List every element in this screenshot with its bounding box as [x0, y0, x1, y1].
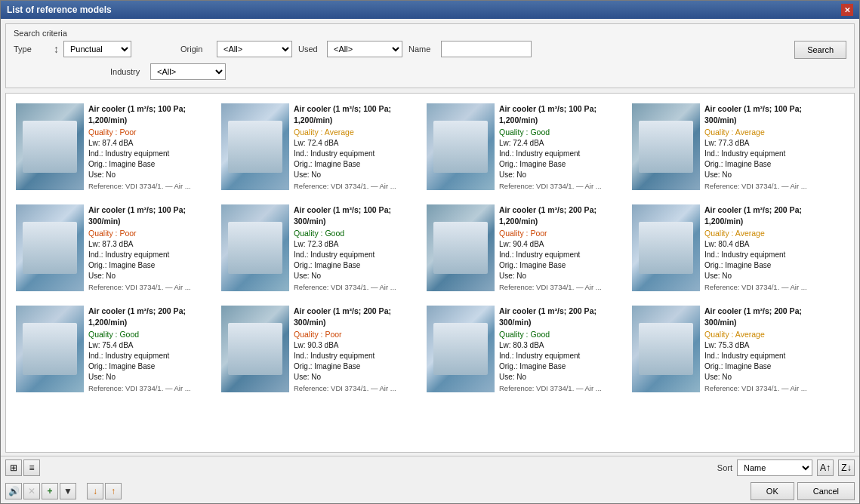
used-select[interactable]: <All>	[327, 41, 402, 57]
item-title: Air cooler (1 m³/s; 100 Pa; 1,200/min)	[88, 103, 211, 125]
item-lw: Lw: 90.4 dBA	[499, 239, 621, 250]
item-quality: Quality : Average	[294, 127, 416, 138]
item-use: Use: No	[294, 271, 416, 281]
item-quality: Quality : Poor	[294, 329, 416, 340]
item-ind: Ind.: Industry equipment	[704, 250, 827, 260]
item-thumbnail	[221, 306, 289, 392]
item-info: Air cooler (1 m³/s; 100 Pa; 1,200/min)Qu…	[88, 103, 211, 191]
list-item[interactable]: Air cooler (1 m³/s; 100 Pa; 1,200/min)Qu…	[12, 100, 214, 198]
title-bar: List of reference models ✕	[1, 1, 859, 19]
dropdown-button[interactable]: ▼	[60, 483, 76, 499]
item-reference: Reference: VDI 3734/1. — Air ...	[88, 181, 211, 191]
list-item[interactable]: Air cooler (1 m³/s; 200 Pa; 1,200/min)Qu…	[12, 302, 214, 400]
list-item[interactable]: Air cooler (1 m³/s; 200 Pa; 1,200/min)Qu…	[423, 201, 625, 299]
industry-select[interactable]: <All>	[150, 63, 226, 80]
ok-button[interactable]: OK	[751, 482, 794, 500]
item-ind: Ind.: Industry equipment	[88, 250, 211, 260]
sort-section: Sort Name A↑ Z↓	[717, 459, 855, 476]
list-item[interactable]: Air cooler (1 m³/s; 100 Pa; 300/min)Qual…	[217, 201, 420, 299]
search-criteria-label: Search criteria	[14, 29, 846, 38]
industry-label: Industry	[110, 67, 144, 76]
list-item[interactable]: Air cooler (1 m³/s; 100 Pa; 300/min)Qual…	[12, 201, 214, 299]
item-title: Air cooler (1 m³/s; 200 Pa; 1,200/min)	[499, 204, 621, 226]
sort-asc-button[interactable]: A↑	[817, 459, 834, 476]
item-thumbnail	[632, 103, 700, 190]
search-button[interactable]: Search	[794, 41, 846, 59]
item-reference: Reference: VDI 3734/1. — Air ...	[88, 383, 211, 393]
item-title: Air cooler (1 m³/s; 100 Pa; 300/min)	[704, 103, 827, 125]
delete-button[interactable]: ✕	[23, 483, 40, 499]
item-quality: Quality : Good	[499, 127, 621, 138]
item-thumbnail	[221, 103, 289, 190]
origin-label: Origin	[180, 45, 211, 54]
item-quality: Quality : Good	[294, 228, 416, 239]
view-icons: ⊞ ≡	[5, 459, 40, 476]
item-title: Air cooler (1 m³/s; 100 Pa; 1,200/min)	[499, 103, 621, 125]
item-thumbnail	[427, 306, 495, 392]
item-orig: Orig.: Imagine Base	[88, 260, 211, 271]
dialog-title: List of reference models	[7, 5, 112, 15]
list-item[interactable]: Air cooler (1 m³/s; 200 Pa; 300/min)Qual…	[217, 302, 420, 400]
item-info: Air cooler (1 m³/s; 100 Pa; 300/min)Qual…	[294, 204, 416, 292]
move-down-button[interactable]: ↓	[87, 483, 103, 499]
item-ind: Ind.: Industry equipment	[294, 149, 416, 159]
item-use: Use: No	[499, 372, 621, 383]
type-label: Type	[14, 45, 48, 54]
item-title: Air cooler (1 m³/s; 200 Pa; 1,200/min)	[704, 204, 827, 226]
list-item[interactable]: Air cooler (1 m³/s; 200 Pa; 300/min)Qual…	[423, 302, 625, 400]
item-lw: Lw: 77.3 dBA	[704, 138, 827, 149]
list-item[interactable]: Air cooler (1 m³/s; 100 Pa; 300/min)Qual…	[628, 100, 831, 198]
item-use: Use: No	[88, 170, 211, 180]
item-thumbnail	[16, 204, 84, 291]
item-orig: Orig.: Imagine Base	[88, 159, 211, 170]
item-orig: Orig.: Imagine Base	[294, 361, 416, 372]
item-ind: Ind.: Industry equipment	[704, 351, 827, 361]
sort-select[interactable]: Name	[737, 459, 812, 476]
item-lw: Lw: 72.4 dBA	[499, 138, 621, 149]
speaker-button[interactable]: 🔊	[5, 483, 22, 499]
action-toolbar: 🔊 ✕ + ▼ ↓ ↑ OK Cancel	[1, 479, 859, 503]
item-title: Air cooler (1 m³/s; 200 Pa; 300/min)	[499, 306, 621, 327]
item-orig: Orig.: Imagine Base	[499, 260, 621, 271]
item-info: Air cooler (1 m³/s; 100 Pa; 1,200/min)Qu…	[499, 103, 621, 191]
item-use: Use: No	[499, 271, 621, 281]
list-item[interactable]: Air cooler (1 m³/s; 100 Pa; 1,200/min)Qu…	[217, 100, 420, 198]
item-info: Air cooler (1 m³/s; 200 Pa; 300/min)Qual…	[294, 306, 416, 393]
grid-view-button[interactable]: ⊞	[5, 459, 22, 476]
type-select[interactable]: Punctual	[63, 41, 131, 57]
list-view-button[interactable]: ≡	[23, 459, 40, 476]
cancel-button[interactable]: Cancel	[797, 482, 855, 500]
item-thumbnail	[632, 204, 700, 291]
close-button[interactable]: ✕	[841, 4, 853, 16]
item-title: Air cooler (1 m³/s; 100 Pa; 1,200/min)	[294, 103, 416, 125]
item-reference: Reference: VDI 3734/1. — Air ...	[294, 282, 416, 292]
item-reference: Reference: VDI 3734/1. — Air ...	[88, 282, 211, 292]
item-info: Air cooler (1 m³/s; 100 Pa; 1,200/min)Qu…	[294, 103, 416, 191]
item-quality: Quality : Poor	[88, 127, 211, 138]
item-lw: Lw: 72.3 dBA	[294, 239, 416, 250]
item-ind: Ind.: Industry equipment	[294, 250, 416, 260]
name-input[interactable]	[441, 41, 532, 57]
list-item[interactable]: Air cooler (1 m³/s; 100 Pa; 1,200/min)Qu…	[423, 100, 625, 198]
list-item[interactable]: Air cooler (1 m³/s; 200 Pa; 1,200/min)Qu…	[628, 201, 831, 299]
origin-select[interactable]: <All>	[217, 41, 292, 57]
item-info: Air cooler (1 m³/s; 200 Pa; 300/min)Qual…	[499, 306, 621, 393]
search-criteria-panel: Search criteria Type ↕ Punctual Origin <…	[5, 23, 855, 88]
item-use: Use: No	[499, 170, 621, 180]
add-button[interactable]: +	[42, 483, 58, 499]
item-ind: Ind.: Industry equipment	[499, 149, 621, 159]
item-thumbnail	[427, 103, 495, 190]
item-info: Air cooler (1 m³/s; 100 Pa; 300/min)Qual…	[88, 204, 211, 292]
item-info: Air cooler (1 m³/s; 200 Pa; 1,200/min)Qu…	[88, 306, 211, 393]
item-use: Use: No	[294, 170, 416, 180]
item-ind: Ind.: Industry equipment	[704, 149, 827, 159]
list-item[interactable]: Air cooler (1 m³/s; 200 Pa; 300/min)Qual…	[628, 302, 831, 400]
item-info: Air cooler (1 m³/s; 200 Pa; 1,200/min)Qu…	[499, 204, 621, 292]
item-title: Air cooler (1 m³/s; 100 Pa; 300/min)	[88, 204, 211, 226]
sort-desc-button[interactable]: Z↓	[838, 459, 855, 476]
move-up-button[interactable]: ↑	[105, 483, 122, 499]
dialog: List of reference models ✕ Search criter…	[0, 0, 860, 504]
item-lw: Lw: 75.3 dBA	[704, 340, 827, 351]
name-label: Name	[408, 45, 435, 54]
item-use: Use: No	[294, 372, 416, 383]
